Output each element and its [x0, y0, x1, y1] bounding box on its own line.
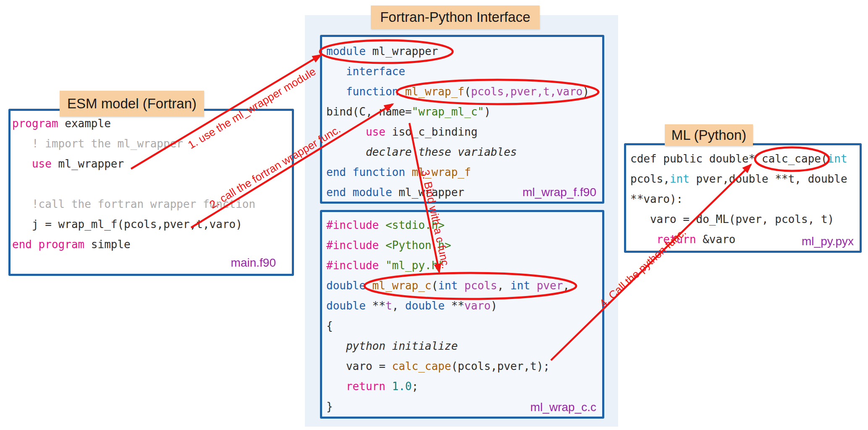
interface-title-badge: Fortran-Python Interface — [371, 5, 540, 29]
esm-fortran-code-box: program example ! import the ml_wrapper … — [8, 109, 294, 276]
file-label-main-f90: main.f90 — [231, 256, 276, 270]
esm-code: program example ! import the ml_wrapper … — [10, 111, 292, 254]
code-line: return 1.0; — [326, 376, 602, 396]
code-line: #include <stdio.h> — [326, 215, 602, 235]
diagram-canvas: ESM model (Fortran) Fortran-Python Inter… — [0, 0, 868, 430]
code-line: function ml_wrap_f(pcols,pver,t,varo) — [326, 81, 602, 102]
file-label-ml-wrap-f-f90: ml_wrap_f.f90 — [522, 186, 596, 199]
code-line: end program simple — [12, 234, 292, 254]
code-line: declare these variables — [326, 142, 602, 162]
code-line: cdef public double* calc_cape(int — [630, 149, 860, 169]
py-code: cdef public double* calc_cape(intpcols,i… — [626, 145, 860, 249]
c-code: #include <stdio.h>#include <Python.h>#in… — [322, 212, 602, 417]
code-line: module ml_wrapper — [326, 41, 602, 61]
code-line: varo = calc_cape(pcols,pver,t); — [326, 356, 602, 376]
f90-code: module ml_wrapper interface function ml_… — [322, 37, 602, 202]
code-line: ! import the ml_wrapper — [12, 134, 292, 154]
code-line: **varo): — [630, 189, 860, 209]
code-line: #include <Python.h> — [326, 235, 602, 255]
code-line: varo = do_ML(pver, pcols, t) — [630, 209, 860, 229]
code-line: !call the fortran wrapper function — [12, 194, 292, 214]
code-line: use ml_wrapper — [12, 154, 292, 174]
code-line: pcols,int pver,double **t, double — [630, 169, 860, 189]
code-line: end function ml_wrap_f — [326, 162, 602, 182]
code-line: { — [326, 316, 602, 336]
fortran-wrapper-code-box: module ml_wrapper interface function ml_… — [320, 35, 604, 204]
code-line: j = wrap_ml_f(pcols,pver,t,varo) — [12, 214, 292, 234]
file-label-ml-wrap-c-c: ml_wrap_c.c — [530, 401, 596, 414]
code-line: python initialize — [326, 336, 602, 356]
code-line: #include "ml_py.h" — [326, 255, 602, 275]
file-label-ml-py-pyx: ml_py.pyx — [802, 235, 854, 248]
ml-python-code-box: cdef public double* calc_cape(intpcols,i… — [624, 143, 862, 253]
code-line: use iso_c_binding — [326, 122, 602, 142]
code-line: double **t, double **varo) — [326, 296, 602, 316]
esm-title-badge: ESM model (Fortran) — [60, 91, 204, 117]
c-wrapper-code-box: #include <stdio.h>#include <Python.h>#in… — [320, 210, 604, 419]
ml-python-title-badge: ML (Python) — [665, 124, 753, 146]
code-line: bind(C, name="wrap_ml_c") — [326, 102, 602, 122]
code-line — [12, 174, 292, 194]
code-line: interface — [326, 61, 602, 81]
code-line: double ml_wrap_c(int pcols, int pver, — [326, 275, 602, 296]
